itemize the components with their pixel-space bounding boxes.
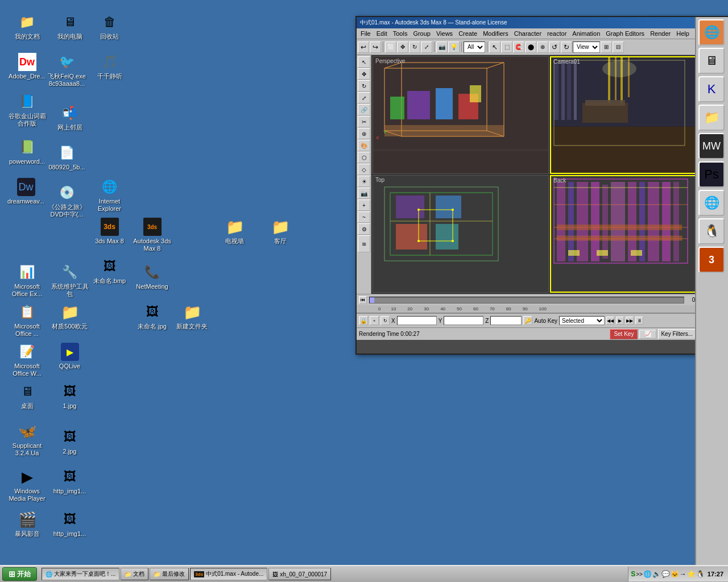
desktop-icon-my-docs[interactable]: 📁 我的文档	[6, 11, 48, 42]
filter-dropdown[interactable]: All	[464, 41, 485, 53]
timeline-bar[interactable]	[369, 297, 684, 304]
menu-help[interactable]: Help	[673, 29, 692, 38]
tb-move[interactable]: ✥	[397, 41, 408, 53]
desktop-icon-jpg1[interactable]: 🖼 未命名.jpg	[131, 301, 173, 332]
desktop-icon-internet[interactable]: 🌐 InternetExplorer	[88, 176, 131, 214]
tb-camera[interactable]: 📷	[436, 41, 448, 53]
desktop-icon-2jpg[interactable]: 🖼 2.jpg	[48, 426, 91, 457]
key-prev[interactable]: ◀◀	[606, 317, 614, 325]
tb-extra2[interactable]: ⊟	[613, 41, 624, 53]
tray-network-icon[interactable]: 🌐	[643, 570, 652, 578]
lock-icon[interactable]: 🔒	[359, 316, 368, 325]
menu-modifiers[interactable]: Modifiers	[480, 29, 511, 38]
taskbar-item-wendang[interactable]: 📁 文档	[121, 568, 148, 580]
tray-cat-icon[interactable]: 🐱	[671, 570, 679, 578]
lt-spacewarp[interactable]: ~	[358, 211, 370, 223]
tb-wire[interactable]: ⊕	[537, 41, 548, 53]
menu-animation[interactable]: Animation	[569, 29, 603, 38]
desktop-icon-autodesk[interactable]: 3ds Autodesk 3dsMax 8	[131, 216, 173, 254]
lt-geometry[interactable]: ⬡	[358, 152, 370, 163]
menu-edit[interactable]: Edit	[374, 29, 390, 38]
desktop-icon-excel[interactable]: 📊 MicrosoftOffice Ex...	[6, 261, 48, 300]
desktop-icon-systools[interactable]: 🔧 系统维护工具包	[48, 261, 91, 300]
desktop-icon-supplicant[interactable]: 🦋 Supplicant3.2.4.Ua	[6, 421, 48, 459]
menu-render[interactable]: Render	[647, 29, 673, 38]
rp-icon-2[interactable]: 🖥	[698, 48, 725, 74]
tray-star-icon[interactable]: ⭐	[687, 570, 696, 578]
desktop-icon-http1[interactable]: 🖼 http_img1...	[48, 466, 91, 497]
tb-undo[interactable]: ↩	[358, 41, 369, 53]
tb-scale[interactable]: ⤢	[421, 41, 432, 53]
desktop-icon-3dsmax[interactable]: 3ds 3ds Max 8	[88, 216, 131, 247]
desktop-icon-tvwall[interactable]: 📁 电视墙	[213, 216, 256, 247]
key-curve-btn[interactable]: 📈	[639, 330, 656, 339]
tb-undo2[interactable]: ↺	[549, 41, 560, 53]
y-field[interactable]	[444, 316, 483, 325]
desktop-icon-email[interactable]: 📬 网上邻居	[48, 102, 91, 133]
menu-grapheditors[interactable]: Graph Editors	[603, 29, 647, 38]
z-field[interactable]	[490, 316, 522, 325]
rp-icon-4[interactable]: 📁	[698, 105, 725, 131]
desktop-icon-livingroom[interactable]: 📁 客厅	[259, 216, 301, 247]
desktop-icon-wmp[interactable]: ▶ WindowsMedia Player	[6, 466, 48, 504]
desktop-icon-dvd[interactable]: 💿 《公路之旅》DVD中字(...	[46, 182, 88, 220]
viewport-perspective[interactable]: Perspective	[373, 56, 549, 174]
lt-systems[interactable]: ⚙	[358, 223, 370, 235]
rp-icon-7[interactable]: 🌐	[698, 190, 725, 216]
lt-material[interactable]: 🎨	[358, 140, 370, 151]
desktop-icon-080920[interactable]: 📄 080920_5b...	[46, 142, 88, 173]
set-key-button[interactable]: Set Key	[610, 329, 638, 339]
desktop-icon-powerword[interactable]: 📗 powerword...	[6, 136, 48, 167]
move-key-btn[interactable]: +	[370, 316, 379, 325]
tb-light[interactable]: 💡	[448, 41, 460, 53]
desktop-icon-1jpg[interactable]: 🖼 1.jpg	[48, 381, 91, 411]
view-dropdown[interactable]: View	[573, 41, 600, 53]
tray-expand[interactable]: >>	[636, 571, 643, 577]
desktop-icon-adobe[interactable]: Dw Adobe_Dre...	[6, 51, 48, 82]
taskbar-item-3dsmax[interactable]: 3ds 中式01.max - Autode...	[190, 568, 267, 580]
menu-tools[interactable]: Tools	[390, 29, 411, 38]
desktop-icon-jinshan[interactable]: 📘 谷歌金山词霸合作版	[6, 91, 48, 129]
taskbar-item-zuihou[interactable]: 📁 最后修改	[150, 568, 189, 580]
rotate-key-btn[interactable]: ↻	[380, 316, 390, 325]
desktop-icon-bmp[interactable]: 🖼 未命名.bmp	[88, 256, 131, 286]
desktop-icon-desktop[interactable]: 🖥 桌面	[6, 381, 48, 411]
tray-penguin-icon[interactable]: 🐧	[696, 570, 705, 578]
lt-move[interactable]: ✥	[358, 68, 370, 80]
padlock-icon[interactable]: 🔑	[523, 316, 532, 325]
lt-select[interactable]: ↖	[358, 56, 370, 68]
lt-shapes[interactable]: ◇	[358, 164, 370, 175]
desktop-icon-feiq[interactable]: 🐦 飞秋FeiQ.exe 8c93aaaa8...	[46, 51, 88, 89]
menu-character[interactable]: Character	[511, 29, 544, 38]
tray-chat-icon[interactable]: 💬	[661, 570, 670, 578]
menu-group[interactable]: Group	[410, 29, 433, 38]
menu-file[interactable]: File	[358, 29, 374, 38]
tb-snap[interactable]: 🧲	[513, 41, 524, 53]
rp-icon-8[interactable]: 🐧	[698, 218, 725, 244]
tray-sound-icon[interactable]: 🔊	[652, 570, 661, 578]
rp-icon-9[interactable]: 3	[698, 247, 725, 273]
desktop-icon-http2[interactable]: 🖼 http_img1...	[48, 509, 91, 539]
key-stop[interactable]: ⏸	[635, 317, 643, 325]
rp-icon-3[interactable]: K	[698, 76, 725, 102]
taskbar-item-dajia[interactable]: 🌐 大家来秀一下桌面吧！...	[42, 568, 119, 580]
tb-redo2[interactable]: ↻	[561, 41, 572, 53]
rp-icon-1[interactable]: 🌐	[698, 19, 725, 45]
lt-scale[interactable]: ⤢	[358, 92, 370, 103]
selected-dropdown[interactable]: Selected	[559, 316, 605, 325]
lt-helpers[interactable]: +	[358, 199, 370, 211]
desktop-icon-dreamweav[interactable]: Dw dreamweav...	[5, 176, 47, 207]
lt-cameras[interactable]: 📷	[358, 188, 370, 199]
tb-region[interactable]: ⬚	[501, 41, 512, 53]
desktop-icon-word[interactable]: 📝 MicrosoftOffice W...	[6, 341, 48, 379]
desktop-icon-recycle[interactable]: 🗑 回收站	[88, 11, 131, 42]
lt-unlink[interactable]: ✂	[358, 116, 370, 127]
rp-icon-6[interactable]: Ps	[698, 161, 725, 188]
tb-render2[interactable]: ⬤	[525, 41, 536, 53]
tray-arrow-icon[interactable]: →	[680, 570, 686, 578]
tb-cursor[interactable]: ↖	[489, 41, 500, 53]
key-play[interactable]: ▶	[616, 317, 624, 325]
tb-redo[interactable]: ↪	[370, 41, 381, 53]
lt-rotate[interactable]: ↻	[358, 80, 370, 92]
lt-link[interactable]: 🔗	[358, 104, 370, 115]
